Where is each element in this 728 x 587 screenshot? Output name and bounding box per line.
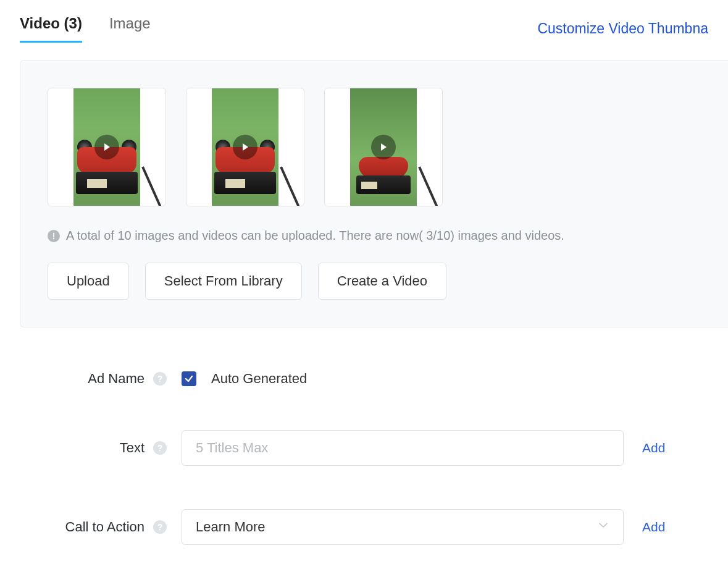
field-text: Text ? Add [16, 430, 728, 466]
add-text-button[interactable]: Add [642, 441, 665, 455]
help-icon[interactable]: ? [153, 520, 167, 534]
media-panel: ! A total of 10 images and videos can be… [20, 60, 728, 327]
tabs-header: Video (3) Image Customize Video Thumbna [0, 0, 728, 43]
chevron-down-icon [597, 519, 609, 535]
add-cta-button[interactable]: Add [642, 520, 665, 534]
ad-form: Ad Name ? Auto Generated Text ? Add Call… [0, 371, 728, 545]
select-from-library-button[interactable]: Select From Library [145, 263, 302, 300]
info-icon: ! [48, 230, 60, 242]
create-video-button[interactable]: Create a Video [318, 263, 446, 300]
field-cta: Call to Action ? Learn More Add [16, 509, 728, 545]
video-thumbnail[interactable] [48, 88, 166, 206]
ad-name-label: Ad Name [88, 371, 144, 387]
info-text: A total of 10 images and videos can be u… [66, 229, 564, 243]
upload-button[interactable]: Upload [48, 263, 129, 300]
media-actions: Upload Select From Library Create a Vide… [48, 263, 701, 300]
tab-video[interactable]: Video (3) [20, 15, 82, 43]
upload-limit-info: ! A total of 10 images and videos can be… [48, 229, 701, 243]
cta-select[interactable]: Learn More [182, 509, 624, 545]
media-tabs: Video (3) Image [20, 15, 151, 43]
video-thumbnail[interactable] [324, 88, 443, 206]
play-icon [371, 135, 396, 159]
play-icon [233, 135, 257, 159]
tab-image[interactable]: Image [109, 15, 151, 43]
help-icon[interactable]: ? [153, 441, 167, 455]
help-icon[interactable]: ? [153, 372, 167, 386]
text-label: Text [120, 440, 144, 456]
text-input[interactable] [182, 430, 624, 466]
video-thumbnails [48, 88, 701, 206]
video-thumbnail[interactable] [186, 88, 304, 206]
cta-value: Learn More [196, 519, 266, 535]
auto-generated-checkbox[interactable] [182, 371, 196, 386]
auto-generated-label: Auto Generated [211, 371, 307, 387]
play-icon [94, 135, 119, 159]
customize-thumbnail-link[interactable]: Customize Video Thumbna [537, 20, 708, 37]
field-ad-name: Ad Name ? Auto Generated [16, 371, 728, 387]
cta-label: Call to Action [65, 519, 144, 535]
